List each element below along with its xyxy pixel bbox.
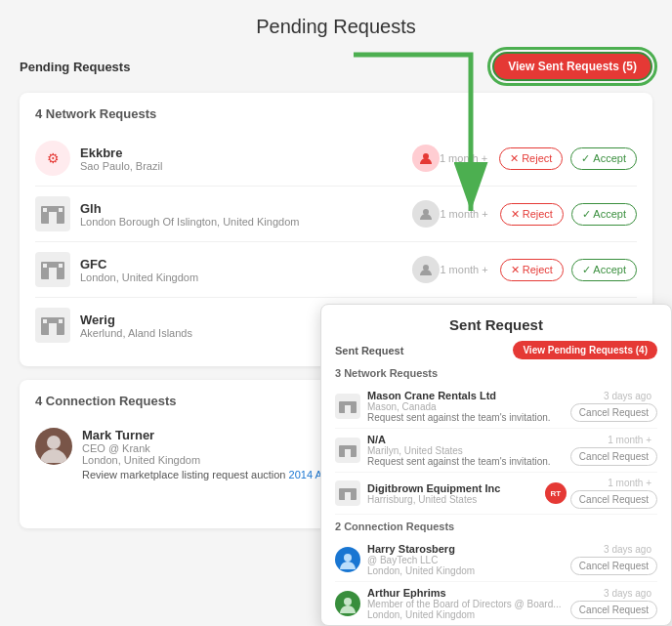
sent-row-actions: 1 month + Cancel Request [570, 435, 657, 466]
page-title: Pending Requests [20, 16, 652, 38]
sent-message: Request sent against the team's invitati… [367, 412, 570, 423]
time-label: 1 month + [440, 152, 487, 164]
time-label: 3 days ago [604, 588, 651, 599]
action-buttons: ✕ Reject ✓ Accept [499, 147, 637, 170]
time-label: 1 month + [608, 478, 651, 488]
pending-requests-label: Pending Requests [20, 60, 130, 74]
avatar [335, 547, 360, 572]
sent-row-actions: 1 month + Cancel Request [570, 478, 657, 509]
accept-button[interactable]: ✓ Accept [570, 147, 637, 170]
reject-button[interactable]: ✕ Reject [499, 147, 563, 170]
list-item: Harry Starosberg @ BayTech LLC London, U… [335, 538, 657, 582]
cancel-button[interactable]: Cancel Request [570, 490, 657, 509]
top-bar: Pending Requests View Sent Requests (5) [20, 52, 652, 81]
org-icon-glh [35, 196, 70, 231]
sent-row-actions: 3 days ago Cancel Request [570, 391, 657, 422]
svg-rect-33 [345, 492, 351, 500]
list-item: Digitbrown Equipment Inc Harrisburg, Uni… [335, 473, 657, 515]
person-name: Harry Starosberg [367, 543, 570, 555]
time-label: 1 month + [608, 435, 651, 445]
org-name: Glh [80, 201, 406, 216]
avatar [412, 200, 440, 228]
svg-rect-18 [43, 319, 47, 323]
org-location: Sao Paulo, Brazil [80, 160, 406, 172]
svg-rect-13 [59, 264, 63, 268]
time-label: 3 days ago [604, 544, 651, 555]
cancel-button[interactable]: Cancel Request [570, 601, 657, 619]
list-item: N/A Marilyn, United States Request sent … [335, 429, 657, 473]
sent-row-actions: 3 days ago Cancel Request [570, 544, 657, 575]
org-icon-ekkbre: ⚙ [35, 141, 70, 176]
action-buttons: ✕ Reject ✓ Accept [500, 203, 637, 226]
org-name: GFC [80, 257, 406, 271]
org-info: N/A Marilyn, United States Request sent … [367, 434, 570, 467]
svg-point-21 [47, 436, 61, 449]
person-location: London, United Kingdom [367, 565, 570, 576]
cancel-button[interactable]: Cancel Request [570, 447, 657, 466]
list-item: Mason Crane Rentals Ltd Mason, Canada Re… [335, 385, 657, 429]
org-location: London, United Kingdom [80, 271, 406, 283]
sent-connection-title: 2 Connection Requests [335, 521, 657, 532]
sent-request-panel: Sent Request Sent Request View Pending R… [320, 304, 672, 626]
svg-rect-11 [49, 268, 57, 279]
person-role: Member of the Board of Directors @ Board… [367, 599, 570, 609]
svg-point-34 [344, 554, 352, 562]
action-buttons: ✕ Reject ✓ Accept [500, 259, 637, 281]
badge-area: RT [545, 482, 567, 504]
network-section-title: 4 Network Requests [35, 106, 637, 121]
time-label: 3 days ago [604, 391, 651, 401]
cancel-button[interactable]: Cancel Request [570, 557, 657, 575]
table-row: ⚙ Ekkbre Sao Paulo, Brazil 1 month + ✕ R… [35, 131, 637, 187]
accept-button[interactable]: ✓ Accept [571, 259, 637, 281]
person-info: Harry Starosberg @ BayTech LLC London, U… [367, 543, 570, 576]
rt-badge: RT [545, 482, 567, 504]
cancel-button[interactable]: Cancel Request [570, 403, 657, 422]
person-name: Arthur Ephrims [367, 587, 570, 599]
person-role: @ BayTech LLC [367, 555, 570, 565]
org-name: Digitbrown Equipment Inc [367, 482, 545, 494]
org-location: London Borough Of Islington, United King… [80, 216, 406, 228]
org-info: Digitbrown Equipment Inc Harrisburg, Uni… [367, 482, 545, 505]
org-info-gfc: GFC London, United Kingdom [80, 257, 406, 283]
org-location: Mason, Canada [367, 401, 570, 412]
svg-rect-17 [49, 323, 57, 335]
org-icon [335, 480, 360, 506]
svg-text:⚙: ⚙ [47, 150, 60, 166]
svg-rect-19 [59, 319, 63, 323]
org-info-ekkbre: Ekkbre Sao Paulo, Brazil [80, 146, 406, 172]
sent-panel-title: Sent Request [335, 316, 657, 333]
view-pending-button[interactable]: View Pending Requests (4) [513, 341, 657, 359]
sent-row-actions: 3 days ago Cancel Request [570, 588, 657, 619]
org-name: Mason Crane Rentals Ltd [367, 390, 570, 401]
org-info-glh: Glh London Borough Of Islington, United … [80, 201, 406, 228]
accept-button[interactable]: ✓ Accept [571, 203, 637, 226]
avatar [412, 145, 440, 172]
svg-rect-30 [345, 449, 351, 457]
avatar [35, 428, 72, 465]
person-location: London, United Kingdom [367, 609, 570, 620]
svg-rect-6 [43, 208, 47, 212]
svg-rect-7 [59, 208, 63, 212]
org-name: Ekkbre [80, 146, 406, 160]
sent-network-title: 3 Network Requests [335, 367, 657, 379]
reject-button[interactable]: ✕ Reject [500, 259, 564, 281]
view-sent-requests-button[interactable]: View Sent Requests (5) [492, 52, 652, 81]
org-icon [335, 438, 360, 463]
org-info: Mason Crane Rentals Ltd Mason, Canada Re… [367, 390, 570, 423]
svg-rect-5 [49, 212, 57, 224]
reject-button[interactable]: ✕ Reject [500, 203, 564, 226]
org-icon-gfc [35, 252, 70, 287]
person-info: Arthur Ephrims Member of the Board of Di… [367, 587, 570, 620]
sent-label: Sent Request [335, 345, 403, 356]
sent-panel-top-bar: Sent Request View Pending Requests (4) [335, 341, 657, 359]
svg-rect-27 [345, 405, 351, 413]
time-label: 1 month + [440, 264, 487, 275]
time-label: 1 month + [440, 208, 487, 220]
avatar [335, 591, 360, 616]
list-item: Arthur Ephrims Member of the Board of Di… [335, 582, 657, 625]
org-icon-werig [35, 308, 70, 343]
org-icon [335, 394, 360, 419]
table-row: Glh London Borough Of Islington, United … [35, 187, 637, 242]
avatar [412, 256, 440, 283]
org-name: N/A [367, 434, 570, 445]
